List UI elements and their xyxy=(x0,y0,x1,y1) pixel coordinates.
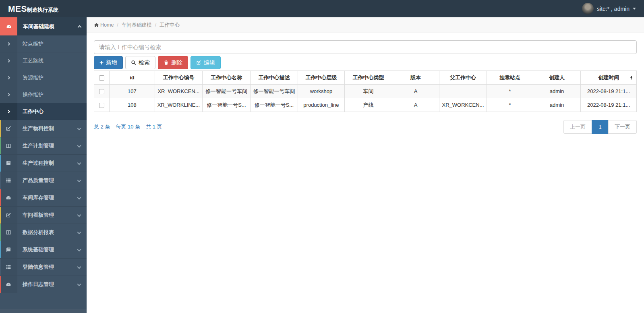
column-header-created-time: 创建时间 xyxy=(581,71,637,85)
breadcrumb-separator: / xyxy=(155,22,156,28)
plus-icon: + xyxy=(99,59,104,66)
column-header: 父工作中心 xyxy=(439,71,487,85)
dashboard-icon xyxy=(0,189,17,206)
pager: 上一页 1 下一页 xyxy=(563,120,637,134)
sidebar-item-workshop-basic-modeling[interactable]: 车间基础建模 xyxy=(0,17,87,35)
book-icon xyxy=(0,241,17,258)
breadcrumb: Home / 车间基础建模 / 工作中心 xyxy=(87,17,644,33)
column-header: 工作中心描述 xyxy=(250,71,298,85)
search-button[interactable]: 检索 xyxy=(125,56,155,69)
cell-level: production_line xyxy=(298,98,345,112)
accent-strip xyxy=(0,241,1,258)
next-page-button[interactable]: 下一页 xyxy=(608,120,637,134)
cell-id: 108 xyxy=(110,98,155,112)
accent-strip xyxy=(0,155,1,172)
breadcrumb-section[interactable]: 车间基础建模 xyxy=(122,22,152,29)
dashboard-icon xyxy=(0,17,17,35)
chevron-down-icon xyxy=(77,161,81,165)
user-label: site:* , admin xyxy=(597,6,630,12)
sidebar-subitem-process-route[interactable]: 工艺路线 xyxy=(0,52,87,69)
add-button[interactable]: + 新增 xyxy=(94,56,123,69)
sidebar-item-workshop-inventory-management[interactable]: 车间库存管理 xyxy=(0,189,87,207)
breadcrumb-home[interactable]: Home xyxy=(94,22,114,28)
column-header: 工作中心层级 xyxy=(298,71,345,85)
dashboard-icon xyxy=(0,276,17,293)
table-row[interactable]: 107 XR_WORKCEN... 修一智能一号车间 修一智能一号车间 work… xyxy=(94,85,637,98)
cell-version: A xyxy=(392,98,439,112)
accent-strip xyxy=(0,259,1,276)
accent-strip xyxy=(0,172,1,189)
chevron-up-icon xyxy=(78,25,82,29)
delete-button[interactable]: 删除 xyxy=(158,56,188,69)
cell-created-time: 2022-08-19 21:1... xyxy=(581,85,637,98)
page-1-button[interactable]: 1 xyxy=(592,120,609,134)
brand-mes: MES xyxy=(8,4,27,14)
brand-suffix: 制造执行系统 xyxy=(27,6,58,14)
search-input[interactable] xyxy=(94,40,637,54)
pin-icon[interactable] xyxy=(629,75,634,80)
sidebar-subitem-site-maintenance[interactable]: 站点维护 xyxy=(0,35,87,52)
cell-name: 修一智能一号S... xyxy=(203,98,251,112)
select-all-checkbox[interactable] xyxy=(99,75,104,81)
sidebar-subitem-operation-maintenance[interactable]: 操作维护 xyxy=(0,86,87,103)
chevron-down-icon xyxy=(77,247,81,251)
caret-down-icon xyxy=(633,8,636,10)
sidebar-item-system-basic-management[interactable]: 系统基础管理 xyxy=(0,241,87,259)
accent-strip xyxy=(0,207,1,224)
sidebar-item-data-analysis-report[interactable]: 数据分析报表 xyxy=(0,224,87,241)
chevron-down-icon xyxy=(77,195,81,199)
cell-id: 107 xyxy=(110,85,155,98)
chevron-right-icon xyxy=(7,93,10,96)
column-header: 工作中心编号 xyxy=(155,71,203,85)
sidebar-item-operation-log-management[interactable]: 操作日志管理 xyxy=(0,276,87,293)
accent-strip xyxy=(0,137,1,154)
sidebar-item-workshop-kanban-management[interactable]: 车间看板管理 xyxy=(0,207,87,224)
home-icon xyxy=(94,23,99,28)
column-header: 工作中心类型 xyxy=(344,71,392,85)
columns-icon xyxy=(0,224,17,241)
column-header: id xyxy=(110,71,155,85)
edit-icon xyxy=(196,60,201,65)
cell-description: 修一智能一号车间 xyxy=(250,85,298,98)
work-center-table: id 工作中心编号 工作中心名称 工作中心描述 工作中心层级 工作中心类型 版本… xyxy=(94,70,637,112)
chevron-down-icon xyxy=(77,230,81,234)
summary-per-page: 每页 10 条 xyxy=(116,123,140,131)
edit-icon xyxy=(0,207,17,224)
sidebar-item-login-info-management[interactable]: 登陆信息管理 xyxy=(0,259,87,276)
cell-level: workshop xyxy=(298,85,345,98)
sidebar-subitem-work-center[interactable]: 工作中心 xyxy=(0,103,87,120)
prev-page-button[interactable]: 上一页 xyxy=(563,120,592,134)
row-checkbox[interactable] xyxy=(99,103,104,108)
chevron-right-icon xyxy=(7,110,10,113)
column-header: 挂靠站点 xyxy=(487,71,533,85)
accent-strip xyxy=(0,189,1,206)
pagination-summary: 总 2 条 每页 10 条 共 1 页 xyxy=(94,123,162,131)
cell-version: A xyxy=(392,85,439,98)
column-header: 版本 xyxy=(392,71,439,85)
row-checkbox[interactable] xyxy=(99,89,104,94)
table-row[interactable]: 108 XR_WORKLINE... 修一智能一号S... 修一智能一号S...… xyxy=(94,98,637,112)
user-menu[interactable]: site:* , admin xyxy=(582,3,636,15)
chevron-right-icon xyxy=(7,42,10,45)
accent-strip xyxy=(0,120,1,137)
toolbar: + 新增 检索 删除 编辑 xyxy=(94,56,637,69)
cell-type: 车间 xyxy=(344,85,392,98)
sidebar: 车间基础建模 站点维护 工艺路线 资源维护 操作维护 工作中心 生产物料控 xyxy=(0,17,87,313)
app-logo: MES 制造执行系统 xyxy=(8,4,58,14)
cell-creator: admin xyxy=(533,98,581,112)
list-icon xyxy=(0,259,17,276)
sidebar-item-production-plan-management[interactable]: 生产计划管理 xyxy=(0,137,87,155)
book-icon xyxy=(0,155,17,172)
breadcrumb-current: 工作中心 xyxy=(159,22,180,29)
header-checkbox-cell xyxy=(94,71,110,85)
column-header: 创建人 xyxy=(533,71,581,85)
search-icon xyxy=(131,60,136,65)
edit-button[interactable]: 编辑 xyxy=(191,56,221,69)
cell-code: XR_WORKLINE... xyxy=(155,98,203,112)
sidebar-item-production-material-control[interactable]: 生产物料控制 xyxy=(0,120,87,137)
sidebar-item-product-quality-management[interactable]: 产品质量管理 xyxy=(0,172,87,189)
sidebar-item-production-process-control[interactable]: 生产过程控制 xyxy=(0,155,87,172)
sidebar-subitem-resource-maintenance[interactable]: 资源维护 xyxy=(0,69,87,86)
topbar: MES 制造执行系统 site:* , admin xyxy=(0,0,644,17)
list-icon xyxy=(0,172,17,189)
